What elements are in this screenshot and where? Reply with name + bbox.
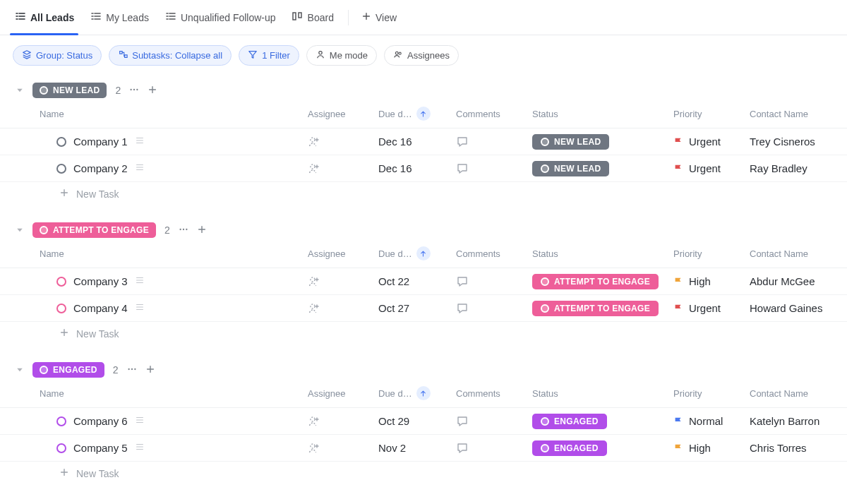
col-comments[interactable]: Comments — [456, 248, 532, 259]
col-due-date[interactable]: Due d… — [378, 386, 456, 400]
status-cell[interactable]: NEW LEAD — [532, 161, 673, 176]
task-status-dot[interactable] — [56, 416, 66, 426]
col-comments[interactable]: Comments — [456, 388, 532, 399]
tab-my-leads[interactable]: My Leads — [88, 0, 150, 35]
tab-unqualified-followup[interactable]: Unqualified Follow-up — [163, 0, 277, 35]
col-comments[interactable]: Comments — [456, 109, 532, 119]
priority-cell[interactable]: High — [673, 275, 750, 287]
contact-cell[interactable]: Chris Torres — [750, 442, 847, 454]
assignee-cell[interactable] — [308, 415, 378, 428]
filter-pill[interactable]: 1 Filter — [239, 45, 299, 66]
group-more-button[interactable] — [179, 224, 188, 236]
task-row[interactable]: Company 2 Dec 16 NEW LEAD Urgent Ray Bra… — [0, 155, 847, 182]
task-details-icon[interactable] — [135, 162, 145, 174]
due-date-cell[interactable]: Oct 22 — [378, 275, 456, 287]
new-task-button[interactable]: New Task — [0, 462, 847, 485]
assignee-cell[interactable] — [308, 442, 378, 455]
group-more-button[interactable] — [129, 85, 139, 97]
status-cell[interactable]: NEW LEAD — [532, 134, 673, 150]
col-priority[interactable]: Priority — [673, 388, 750, 399]
new-task-button[interactable]: New Task — [0, 322, 847, 345]
group-status-chip[interactable]: NEW LEAD — [32, 83, 107, 98]
due-date-cell[interactable]: Dec 16 — [378, 136, 456, 148]
priority-cell[interactable]: Urgent — [673, 302, 750, 314]
new-task-button[interactable]: New Task — [0, 182, 847, 205]
contact-cell[interactable]: Katelyn Barron — [750, 415, 847, 427]
col-contact[interactable]: Contact Name — [750, 248, 847, 259]
col-contact[interactable]: Contact Name — [750, 109, 847, 119]
col-contact[interactable]: Contact Name — [750, 388, 847, 399]
sort-asc-indicator[interactable] — [416, 386, 431, 400]
collapse-toggle[interactable] — [16, 366, 24, 374]
col-assignee[interactable]: Assignee — [308, 388, 378, 399]
assignee-cell[interactable] — [308, 136, 378, 148]
collapse-toggle[interactable] — [16, 226, 24, 234]
status-cell[interactable]: ATTEMPT TO ENGAGE — [532, 274, 673, 289]
col-name[interactable]: Name — [40, 388, 308, 399]
contact-cell[interactable]: Ray Bradley — [750, 162, 847, 174]
contact-cell[interactable]: Abdur McGee — [750, 275, 847, 287]
assignee-cell[interactable] — [308, 302, 378, 315]
due-date-cell[interactable]: Oct 29 — [378, 415, 456, 427]
task-name[interactable]: Company 1 — [73, 136, 128, 148]
task-name[interactable]: Company 6 — [73, 415, 128, 427]
col-name[interactable]: Name — [40, 248, 308, 259]
task-name[interactable]: Company 5 — [73, 442, 128, 454]
group-add-task-button[interactable] — [145, 364, 155, 376]
add-view-button[interactable]: View — [361, 11, 397, 23]
task-name[interactable]: Company 3 — [73, 275, 128, 287]
comments-cell[interactable] — [456, 162, 532, 175]
due-date-cell[interactable]: Nov 2 — [378, 442, 456, 454]
status-cell[interactable]: ENGAGED — [532, 414, 673, 429]
task-status-dot[interactable] — [56, 164, 66, 174]
task-row[interactable]: Company 5 Nov 2 ENGAGED High Chris Torre… — [0, 435, 847, 462]
priority-cell[interactable]: Urgent — [673, 136, 750, 148]
group-by-pill[interactable]: Group: Status — [13, 45, 102, 66]
assignees-pill[interactable]: Assignees — [384, 45, 459, 66]
due-date-cell[interactable]: Dec 16 — [378, 162, 456, 174]
task-status-dot[interactable] — [56, 443, 66, 453]
comments-cell[interactable] — [456, 302, 532, 315]
task-details-icon[interactable] — [135, 302, 145, 314]
assignee-cell[interactable] — [308, 162, 378, 175]
comments-cell[interactable] — [456, 415, 532, 428]
me-mode-pill[interactable]: Me mode — [306, 45, 377, 66]
sort-asc-indicator[interactable] — [416, 107, 431, 121]
group-add-task-button[interactable] — [148, 85, 157, 97]
col-status[interactable]: Status — [532, 388, 673, 399]
status-cell[interactable]: ATTEMPT TO ENGAGE — [532, 301, 673, 316]
group-add-task-button[interactable] — [197, 224, 207, 236]
task-status-dot[interactable] — [56, 304, 66, 313]
task-row[interactable]: Company 3 Oct 22 ATTEMPT TO ENGAGE High … — [0, 268, 847, 295]
col-name[interactable]: Name — [40, 109, 308, 119]
task-details-icon[interactable] — [135, 415, 145, 427]
task-details-icon[interactable] — [135, 275, 145, 287]
group-status-chip[interactable]: ENGAGED — [32, 362, 104, 378]
status-cell[interactable]: ENGAGED — [532, 440, 673, 456]
task-row[interactable]: Company 1 Dec 16 NEW LEAD Urgent Trey Ci… — [0, 128, 847, 155]
due-date-cell[interactable]: Oct 27 — [378, 302, 456, 314]
assignee-cell[interactable] — [308, 275, 378, 288]
task-details-icon[interactable] — [135, 136, 145, 148]
tab-board[interactable]: Board — [290, 0, 335, 35]
col-status[interactable]: Status — [532, 109, 673, 119]
priority-cell[interactable]: High — [673, 442, 750, 454]
tab-all-leads[interactable]: All Leads — [13, 0, 76, 35]
task-name[interactable]: Company 4 — [73, 302, 128, 314]
priority-cell[interactable]: Normal — [673, 415, 750, 427]
task-row[interactable]: Company 6 Oct 29 ENGAGED Normal Katelyn … — [0, 408, 847, 435]
contact-cell[interactable]: Howard Gaines — [750, 302, 847, 314]
col-assignee[interactable]: Assignee — [308, 109, 378, 119]
collapse-toggle[interactable] — [16, 86, 24, 95]
sort-asc-indicator[interactable] — [416, 246, 431, 260]
col-assignee[interactable]: Assignee — [308, 248, 378, 259]
task-details-icon[interactable] — [135, 442, 145, 454]
priority-cell[interactable]: Urgent — [673, 162, 750, 174]
group-status-chip[interactable]: ATTEMPT TO ENGAGE — [32, 222, 156, 238]
col-due-date[interactable]: Due d… — [378, 107, 456, 121]
subtasks-pill[interactable]: Subtasks: Collapse all — [109, 45, 232, 66]
comments-cell[interactable] — [456, 275, 532, 288]
task-status-dot[interactable] — [56, 277, 66, 287]
task-name[interactable]: Company 2 — [73, 162, 128, 174]
group-more-button[interactable] — [127, 364, 137, 376]
